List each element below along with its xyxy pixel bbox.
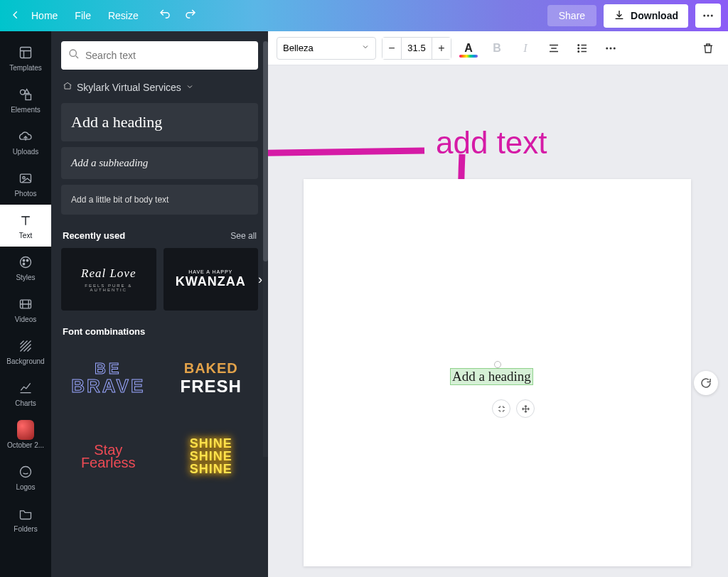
search-box[interactable] bbox=[61, 41, 258, 70]
recently-used-title: Recently used bbox=[63, 230, 125, 241]
rail-uploads[interactable]: Uploads bbox=[0, 121, 51, 163]
brand-dropdown[interactable]: Skylark Virtual Services bbox=[63, 81, 257, 93]
svg-point-18 bbox=[606, 47, 608, 49]
download-button[interactable]: Download bbox=[604, 4, 688, 28]
font-combos-title: Font combinations bbox=[63, 326, 145, 337]
delete-button[interactable] bbox=[697, 37, 719, 60]
duplicate-button[interactable] bbox=[492, 399, 510, 418]
combo-text: SHINE bbox=[190, 437, 232, 450]
undo-button[interactable] bbox=[159, 8, 171, 24]
rail-label: Folders bbox=[14, 525, 37, 533]
combo-text: SHINE bbox=[190, 463, 232, 475]
combo-text: BRAVE bbox=[71, 377, 145, 395]
svg-point-10 bbox=[26, 259, 28, 261]
folder-thumb-icon bbox=[17, 421, 34, 438]
combo-text: BAKED bbox=[184, 360, 238, 377]
svg-point-15 bbox=[578, 44, 579, 45]
templates-icon bbox=[17, 44, 34, 61]
redo-button[interactable] bbox=[184, 8, 197, 24]
font-name: Belleza bbox=[283, 43, 314, 53]
svg-point-8 bbox=[21, 257, 31, 268]
rail-label: Text bbox=[19, 232, 32, 239]
align-button[interactable] bbox=[542, 37, 565, 60]
menu-file[interactable]: File bbox=[75, 10, 91, 21]
share-button[interactable]: Share bbox=[547, 5, 596, 26]
design-page[interactable]: Add a heading bbox=[304, 179, 691, 566]
move-button[interactable] bbox=[516, 399, 535, 418]
rail-label: Logos bbox=[16, 483, 35, 491]
list-button[interactable] bbox=[571, 37, 594, 60]
thumb-text: FEELS PURE & AUTHENTIC bbox=[65, 284, 152, 292]
top-bar: Home File Resize Share Download bbox=[0, 0, 728, 31]
see-all-link[interactable]: See all bbox=[230, 231, 257, 241]
back-button[interactable] bbox=[7, 10, 24, 22]
svg-rect-5 bbox=[26, 95, 31, 100]
thumb-text: Real Love bbox=[81, 266, 136, 281]
rail-label: Elements bbox=[11, 106, 41, 114]
size-decrease[interactable]: − bbox=[382, 38, 401, 59]
combo-be-brave[interactable]: BE BRAVE bbox=[61, 344, 156, 412]
recent-thumb-kwanzaa[interactable]: HAVE A HAPPY KWANZAA bbox=[164, 248, 259, 311]
rail-text[interactable]: Text bbox=[0, 205, 51, 247]
rail-styles[interactable]: Styles bbox=[0, 247, 51, 288]
combo-text: BE bbox=[95, 361, 122, 377]
text-toolbar: Belleza − 31.5 + A B I bbox=[268, 31, 728, 65]
svg-point-7 bbox=[23, 177, 25, 179]
resync-button[interactable] bbox=[694, 371, 718, 395]
add-subheading-card[interactable]: Add a subheading bbox=[61, 147, 258, 179]
stage[interactable]: add text Add a heading bbox=[268, 65, 728, 577]
svg-point-16 bbox=[578, 48, 579, 49]
left-rail: Templates Elements Uploads Photos Text S… bbox=[0, 31, 51, 577]
menu-resize[interactable]: Resize bbox=[108, 10, 139, 21]
recent-thumb-reallove[interactable]: Real Love FEELS PURE & AUTHENTIC bbox=[61, 248, 156, 311]
thumb-text: HAVE A HAPPY bbox=[188, 269, 232, 274]
menu-home[interactable]: Home bbox=[31, 10, 58, 21]
more-button[interactable] bbox=[695, 4, 721, 28]
font-select[interactable]: Belleza bbox=[277, 37, 376, 60]
rail-folders[interactable]: Folders bbox=[0, 498, 51, 540]
rail-logos[interactable]: Logos bbox=[0, 456, 51, 498]
rail-label: Charts bbox=[15, 399, 36, 407]
text-color-button[interactable]: A bbox=[457, 37, 480, 60]
annotation-arrow-icon bbox=[268, 132, 432, 175]
rail-elements[interactable]: Elements bbox=[0, 79, 51, 121]
rail-label: October 2... bbox=[7, 441, 44, 449]
svg-point-1 bbox=[707, 15, 710, 17]
annotation-label: add text bbox=[436, 125, 547, 161]
selected-text-element[interactable]: Add a heading bbox=[451, 369, 532, 384]
rail-charts[interactable]: Charts bbox=[0, 372, 51, 414]
combo-shine[interactable]: SHINE SHINE SHINE bbox=[164, 422, 259, 490]
toolbar-more-button[interactable] bbox=[599, 37, 622, 60]
rail-videos[interactable]: Videos bbox=[0, 288, 51, 330]
svg-rect-3 bbox=[21, 48, 31, 58]
rail-photos[interactable]: Photos bbox=[0, 163, 51, 205]
combo-text: FRESH bbox=[181, 377, 242, 397]
add-heading-card[interactable]: Add a heading bbox=[61, 103, 258, 141]
italic-button[interactable]: I bbox=[514, 37, 537, 60]
svg-point-9 bbox=[23, 259, 25, 261]
videos-icon bbox=[17, 296, 34, 313]
rail-october[interactable]: October 2... bbox=[0, 414, 51, 456]
panel-scrollbar[interactable] bbox=[263, 41, 268, 457]
svg-point-2 bbox=[711, 15, 713, 17]
search-input[interactable] bbox=[85, 50, 251, 61]
rotate-handle[interactable] bbox=[494, 361, 501, 368]
rail-label: Styles bbox=[16, 274, 35, 281]
rail-background[interactable]: Background bbox=[0, 330, 51, 372]
combo-baked-fresh[interactable]: BAKED FRESH bbox=[164, 344, 259, 412]
add-body-card[interactable]: Add a little bit of body text bbox=[61, 185, 258, 215]
font-size-value[interactable]: 31.5 bbox=[401, 38, 432, 59]
size-increase[interactable]: + bbox=[432, 38, 451, 59]
chevron-down-icon bbox=[361, 43, 370, 53]
svg-point-0 bbox=[703, 15, 705, 17]
brand-icon bbox=[63, 81, 73, 93]
canvas-area: Belleza − 31.5 + A B I add text bbox=[268, 31, 728, 577]
logos-icon bbox=[17, 463, 34, 480]
svg-point-13 bbox=[21, 467, 31, 478]
combo-stay-fearless[interactable]: Stay Fearless bbox=[61, 422, 156, 490]
bold-button[interactable]: B bbox=[486, 37, 508, 60]
rail-templates[interactable]: Templates bbox=[0, 37, 51, 79]
rail-label: Photos bbox=[14, 190, 36, 198]
rail-label: Uploads bbox=[13, 148, 39, 156]
carousel-next[interactable]: › bbox=[258, 272, 262, 287]
